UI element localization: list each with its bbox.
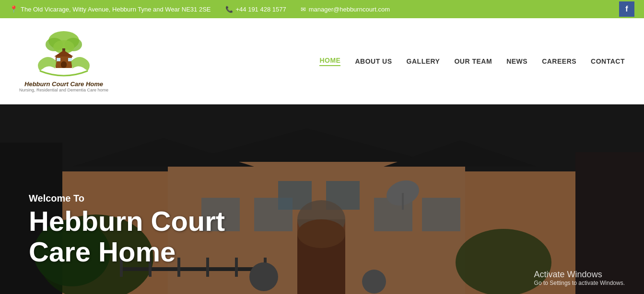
hero-title-line2: Care Home	[29, 236, 176, 267]
facebook-icon: f	[625, 5, 628, 13]
nav-careers[interactable]: CAREERS	[542, 57, 576, 65]
svg-rect-7	[61, 61, 67, 68]
svg-rect-8	[57, 58, 60, 61]
nav-news[interactable]: NEWS	[506, 57, 527, 65]
location-icon: 📍	[10, 5, 18, 13]
navigation: HOME ABOUT US GALLERY OUR TEAM NEWS CARE…	[319, 57, 625, 66]
hero-content: Welcome To Hebburn Court Care Home	[29, 193, 225, 267]
address-text: The Old Vicarage, Witty Avenue, Hebburn …	[21, 6, 211, 13]
header: Hebburn Court Care Home Nursing, Residen…	[0, 18, 644, 104]
email-text: manager@hebburncourt.com	[309, 6, 390, 13]
watermark-title: Activate Windows	[534, 270, 625, 280]
top-bar-info: 📍 The Old Vicarage, Witty Avenue, Hebbur…	[10, 5, 619, 13]
logo-text-area: Hebburn Court Care Home Nursing, Residen…	[19, 80, 108, 92]
email-item: ✉ manager@hebburncourt.com	[301, 6, 390, 13]
top-bar: 📍 The Old Vicarage, Witty Avenue, Hebbur…	[0, 0, 644, 18]
logo-svg	[30, 30, 97, 83]
facebook-button[interactable]: f	[619, 1, 634, 17]
logo-subtitle: Nursing, Residential and Dementia Care h…	[19, 88, 108, 92]
windows-watermark: Activate Windows Go to Settings to activ…	[534, 270, 625, 286]
hero-welcome-text: Welcome To	[29, 193, 225, 204]
hero-title-line1: Hebburn Court	[29, 205, 225, 237]
svg-rect-9	[68, 58, 72, 61]
address-item: 📍 The Old Vicarage, Witty Avenue, Hebbur…	[10, 5, 211, 13]
phone-item: 📞 +44 191 428 1577	[225, 6, 286, 13]
nav-gallery[interactable]: GALLERY	[407, 57, 440, 65]
email-icon: ✉	[301, 6, 306, 13]
hero-section: Welcome To Hebburn Court Care Home Activ…	[0, 104, 644, 294]
hero-title: Hebburn Court Care Home	[29, 206, 225, 267]
nav-contact[interactable]: CONTACT	[591, 57, 625, 65]
watermark-subtitle: Go to Settings to activate Windows.	[534, 280, 625, 286]
logo-area: Hebburn Court Care Home Nursing, Residen…	[19, 30, 108, 92]
nav-our-team[interactable]: OUR TEAM	[454, 57, 492, 65]
phone-icon: 📞	[225, 6, 233, 13]
nav-home[interactable]: HOME	[319, 57, 340, 66]
phone-text: +44 191 428 1577	[236, 6, 286, 13]
nav-about-us[interactable]: ABOUT US	[355, 57, 392, 65]
logo-title: Hebburn Court Care Home	[19, 80, 108, 88]
